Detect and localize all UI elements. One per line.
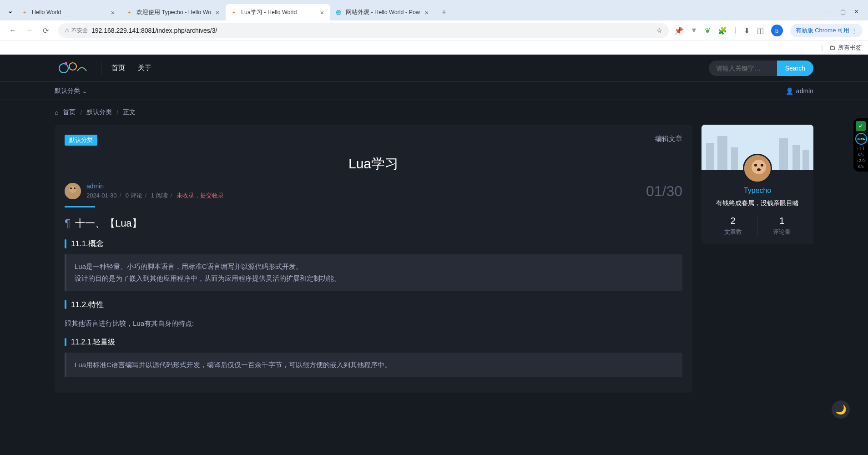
paragraph: 跟其他语言进行比较，Lua有其自身的特点:	[65, 317, 682, 329]
svg-point-4	[69, 186, 76, 193]
breadcrumb-current: 正文	[123, 108, 136, 116]
site-logo[interactable]	[55, 59, 91, 77]
reading-list-icon[interactable]: ◫	[757, 26, 764, 35]
user-icon: 👤	[786, 87, 793, 95]
window-controls: — ▢ ✕	[821, 8, 864, 20]
article-card: 默认分类 编辑文章 Lua学习 admin 2024-01-30/ 0 评论/ …	[55, 125, 692, 393]
favicon-icon: ✦	[230, 9, 237, 16]
tab-title: Hello World	[32, 9, 107, 15]
search-button[interactable]: Search	[777, 61, 813, 76]
tab-title: 网站外观 - Hello World - Pow	[346, 9, 421, 16]
downloads-icon[interactable]: ⬇	[744, 26, 750, 35]
search-input[interactable]	[709, 61, 777, 76]
moon-icon: 🌙	[835, 404, 847, 415]
extension-pin-icon[interactable]: 📌	[674, 26, 683, 35]
tab-list-dropdown[interactable]: ⌄	[4, 4, 16, 17]
baidu-status[interactable]: 未收录，提交收录	[177, 192, 224, 199]
svg-rect-8	[706, 143, 714, 170]
browser-tab[interactable]: ✦ Hello World ×	[16, 4, 121, 20]
svg-point-0	[59, 64, 68, 73]
favicon-icon: ✦	[126, 9, 133, 16]
comment-count[interactable]: 0 评论	[126, 192, 142, 199]
post-meta: admin 2024-01-30/ 0 评论/ 1 阅读/ 未收录，提交收录 0…	[65, 182, 682, 207]
extension-vue-icon[interactable]: ▼	[691, 26, 698, 35]
svg-rect-10	[731, 147, 738, 170]
stat-posts[interactable]: 2 文章数	[709, 216, 758, 236]
tab-title: 欢迎使用 Typecho - Hello Wo	[136, 9, 212, 16]
shield-icon: ✓	[856, 121, 866, 131]
back-button[interactable]: ←	[5, 23, 20, 38]
nav-home[interactable]: 首页	[111, 64, 125, 72]
update-chrome-chip[interactable]: 有新版 Chrome 可用 ⋮	[790, 24, 863, 37]
section-h2: 11.1.概念	[65, 238, 682, 249]
post-date: 2024-01-30	[86, 192, 117, 199]
svg-rect-12	[792, 145, 800, 170]
reload-button[interactable]: ⟳	[38, 23, 53, 38]
maximize-icon[interactable]: ▢	[840, 8, 846, 15]
edit-post-link[interactable]: 编辑文章	[655, 135, 682, 143]
breadcrumb-home[interactable]: 首页	[63, 108, 76, 116]
profile-banner	[701, 125, 813, 170]
user-menu[interactable]: 👤admin	[786, 87, 813, 95]
tab-title: Lua学习 - Hello World	[241, 9, 317, 16]
breadcrumb-category[interactable]: 默认分类	[86, 108, 112, 116]
forward-button: →	[22, 23, 36, 38]
svg-point-1	[69, 63, 76, 70]
profile-name[interactable]: Typecho	[709, 187, 806, 195]
close-window-icon[interactable]: ✕	[854, 8, 859, 15]
download-icon: ↓	[857, 159, 858, 163]
chevron-down-icon: ⌄	[82, 87, 87, 95]
profile-avatar-large[interactable]	[743, 154, 772, 183]
browser-tab[interactable]: ✦ 欢迎使用 Typecho - Hello Wo ×	[121, 4, 226, 20]
svg-rect-9	[717, 136, 727, 170]
url-input[interactable]: ⚠ 不安全 192.168.229.141:8081/index.php/arc…	[58, 23, 669, 38]
svg-rect-13	[802, 150, 809, 170]
all-bookmarks-button[interactable]: 🗀 所有书签	[829, 44, 862, 52]
close-icon[interactable]: ×	[109, 9, 116, 16]
category-tag[interactable]: 默认分类	[65, 135, 97, 146]
extension-leaf-icon[interactable]: ❦	[705, 26, 711, 35]
close-icon[interactable]: ×	[423, 9, 430, 16]
browser-tab-active[interactable]: ✦ Lua学习 - Hello World ×	[226, 4, 330, 20]
site-header: 首页 关于 Search	[0, 55, 868, 82]
blockquote: Lua是一种轻量、小巧的脚本语言，用标准C语言编写并以源代码形式开发。 设计的目…	[65, 254, 682, 291]
date-large: 01/30	[646, 183, 682, 200]
cpu-gauge: 60%	[855, 133, 867, 145]
url-text: 192.168.229.141:8081/index.php/archives/…	[91, 27, 217, 34]
author-avatar[interactable]	[65, 183, 81, 199]
home-icon: ⌂	[55, 109, 58, 116]
address-bar: ← → ⟳ ⚠ 不安全 192.168.229.141:8081/index.p…	[0, 20, 868, 41]
svg-point-18	[757, 168, 761, 171]
svg-point-17	[761, 164, 763, 167]
favicon-icon: ✦	[21, 9, 28, 16]
section-h1[interactable]: ¶ 十一、【Lua】	[65, 217, 682, 230]
profile-motto: 有钱终成眷属，没钱亲眼目睹	[709, 199, 806, 207]
svg-point-16	[754, 164, 757, 167]
minimize-icon[interactable]: —	[826, 8, 832, 15]
profile-avatar[interactable]: b	[771, 25, 783, 36]
globe-icon: 🌐	[335, 9, 342, 16]
blockquote: Lua用标准C语言编写并以源代码形式开发，编译后仅仅一百余千字节，可以很方便的嵌…	[65, 353, 682, 377]
new-tab-button[interactable]: +	[438, 6, 450, 19]
pilcrow-icon: ¶	[65, 217, 71, 230]
category-dropdown[interactable]: 默认分类 ⌄	[55, 87, 87, 95]
browser-tab[interactable]: 🌐 网站外观 - Hello World - Pow ×	[330, 4, 435, 20]
category-bar: 默认分类 ⌄ 👤admin	[0, 82, 868, 100]
svg-point-5	[70, 187, 72, 189]
post-title: Lua学习	[65, 155, 682, 173]
close-icon[interactable]: ×	[318, 9, 326, 16]
close-icon[interactable]: ×	[214, 9, 221, 16]
extensions-icon[interactable]: 🧩	[718, 26, 727, 35]
star-icon[interactable]: ☆	[656, 27, 662, 34]
insecure-badge[interactable]: ⚠ 不安全	[65, 27, 88, 35]
network-monitor-widget[interactable]: ✓ 60% ↑1.1 K/s ↓2.0 K/s	[853, 118, 868, 172]
nav-about[interactable]: 关于	[138, 64, 151, 72]
breadcrumb: ⌂ 首页 / 默认分类 / 正文	[0, 100, 868, 125]
browser-tab-strip: ⌄ ✦ Hello World × ✦ 欢迎使用 Typecho - Hello…	[0, 0, 868, 20]
read-count: 1 阅读	[151, 192, 168, 199]
upload-icon: ↑	[857, 147, 858, 151]
author-link[interactable]: admin	[86, 182, 224, 190]
bookmark-bar: | 🗀 所有书签	[0, 41, 868, 55]
stat-comments[interactable]: 1 评论量	[758, 216, 807, 236]
theme-toggle-button[interactable]: 🌙	[832, 400, 850, 419]
